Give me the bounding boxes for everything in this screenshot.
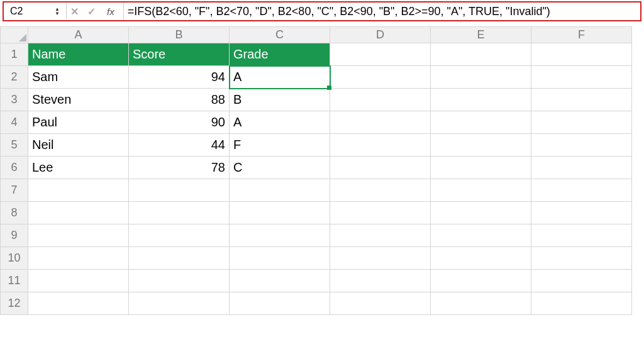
cell-F4[interactable] [531,111,632,134]
cell-C12[interactable] [230,292,330,315]
row-header-12[interactable]: 12 [1,292,28,315]
cell-E8[interactable] [431,202,531,224]
cell-E10[interactable] [431,247,531,270]
cell-C4[interactable]: A [230,111,330,134]
cell-E6[interactable] [431,157,531,179]
cell-C11[interactable] [230,270,330,292]
cell-E7[interactable] [431,179,531,202]
cell-A8[interactable] [28,202,129,224]
cell-C9[interactable] [230,224,330,247]
cell-B11[interactable] [129,270,230,292]
col-header-D[interactable]: D [330,27,431,43]
cell-D9[interactable] [330,224,431,247]
row-header-9[interactable]: 9 [1,224,28,247]
row-header-2[interactable]: 2 [1,66,28,89]
cell-D12[interactable] [330,292,431,315]
cell-F10[interactable] [531,247,632,270]
col-header-B[interactable]: B [129,27,230,43]
cell-A11[interactable] [28,270,129,292]
cell-D8[interactable] [330,202,431,224]
formula-bar: C2 ▲ ▼ ✕ ✓ fx =IFS(B2<60, "F", B2<70, "D… [3,1,641,21]
cell-F7[interactable] [531,179,632,202]
cell-A2[interactable]: Sam [28,66,129,89]
cell-F8[interactable] [531,202,632,224]
col-header-C[interactable]: C [230,27,330,43]
cell-D2[interactable] [330,66,431,89]
confirm-icon[interactable]: ✓ [87,6,96,18]
cell-E11[interactable] [431,270,531,292]
row-header-1[interactable]: 1 [1,43,28,66]
cell-A7[interactable] [28,179,129,202]
cell-B1[interactable]: Score [129,43,230,66]
cell-A6[interactable]: Lee [28,157,129,179]
cell-D7[interactable] [330,179,431,202]
row-header-5[interactable]: 5 [1,134,28,157]
cell-C8[interactable] [230,202,330,224]
cell-C2[interactable]: A [230,66,330,89]
cell-E5[interactable] [431,134,531,157]
name-box-spinner[interactable]: ▲ ▼ [55,7,60,16]
cell-D6[interactable] [330,157,431,179]
cell-F1[interactable] [531,43,632,66]
cell-A12[interactable] [28,292,129,315]
cell-B9[interactable] [129,224,230,247]
cell-B6[interactable]: 78 [129,157,230,179]
row-header-11[interactable]: 11 [1,270,28,292]
spreadsheet-grid[interactable]: A B C D E F 1 Name Score Grade 2 Sam 94 [0,26,632,315]
cell-E12[interactable] [431,292,531,315]
name-box[interactable]: C2 ▲ ▼ [4,3,67,19]
cell-D4[interactable] [330,111,431,134]
col-header-F[interactable]: F [531,27,632,43]
cell-B12[interactable] [129,292,230,315]
formula-input[interactable]: =IFS(B2<60, "F", B2<70, "D", B2<80, "C",… [123,3,640,20]
cell-F11[interactable] [531,270,632,292]
col-header-A[interactable]: A [28,27,129,43]
cell-F6[interactable] [531,157,632,179]
cell-D1[interactable] [330,43,431,66]
cell-B3[interactable]: 88 [129,89,230,111]
cell-E2[interactable] [431,66,531,89]
cell-D10[interactable] [330,247,431,270]
cell-F2[interactable] [531,66,632,89]
cell-C5[interactable]: F [230,134,330,157]
cell-D5[interactable] [330,134,431,157]
cell-E9[interactable] [431,224,531,247]
fx-label[interactable]: fx [104,6,119,17]
cell-B2[interactable]: 94 [129,66,230,89]
cell-D3[interactable] [330,89,431,111]
cell-A3[interactable]: Steven [28,89,129,111]
cell-F5[interactable] [531,134,632,157]
cell-A5[interactable]: Neil [28,134,129,157]
cell-E4[interactable] [431,111,531,134]
row-header-3[interactable]: 3 [1,89,28,111]
cell-F3[interactable] [531,89,632,111]
row-header-10[interactable]: 10 [1,247,28,270]
cell-F9[interactable] [531,224,632,247]
cancel-icon[interactable]: ✕ [70,6,79,18]
cell-C1[interactable]: Grade [230,43,330,66]
cell-B8[interactable] [129,202,230,224]
cell-B5[interactable]: 44 [129,134,230,157]
cell-B10[interactable] [129,247,230,270]
cell-A4[interactable]: Paul [28,111,129,134]
col-header-E[interactable]: E [431,27,531,43]
cell-C6[interactable]: C [230,157,330,179]
cell-C10[interactable] [230,247,330,270]
row-header-4[interactable]: 4 [1,111,28,134]
cell-B4[interactable]: 90 [129,111,230,134]
cell-D11[interactable] [330,270,431,292]
cell-A10[interactable] [28,247,129,270]
cell-A9[interactable] [28,224,129,247]
row-header-6[interactable]: 6 [1,157,28,179]
cell-E3[interactable] [431,89,531,111]
cell-B7[interactable] [129,179,230,202]
select-all-corner[interactable] [1,27,28,43]
row-header-8[interactable]: 8 [1,202,28,224]
cell-C7[interactable] [230,179,330,202]
row-header-7[interactable]: 7 [1,179,28,202]
cell-A1[interactable]: Name [28,43,129,66]
cell-C3[interactable]: B [230,89,330,111]
cell-E1[interactable] [431,43,531,66]
cell-F12[interactable] [531,292,632,315]
spinner-down-icon[interactable]: ▼ [55,11,60,16]
